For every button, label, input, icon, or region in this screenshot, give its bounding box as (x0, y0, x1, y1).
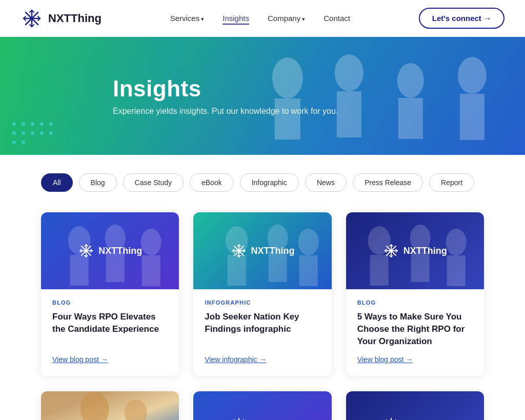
filter-blog[interactable]: Blog (79, 173, 117, 192)
card-4 (41, 391, 179, 420)
svg-rect-20 (460, 94, 484, 140)
svg-rect-58 (370, 255, 388, 286)
filter-news[interactable]: News (305, 173, 347, 192)
card-5-logo: NXTThing (231, 416, 295, 420)
card-3-logo-icon (383, 243, 399, 259)
nav-link-contact[interactable]: Contact (324, 14, 350, 23)
svg-rect-16 (337, 91, 361, 137)
brand-logo[interactable]: NXTThing (21, 7, 102, 30)
card-3-tag: BLOG (357, 299, 473, 306)
nav-link-company[interactable]: Company (268, 14, 305, 23)
card-5-image: NXTThing (193, 391, 331, 420)
hero-section: Insights Experience yields insights. Put… (0, 37, 525, 155)
card-3-logo-text: NXTThing (403, 246, 447, 256)
filter-press-release[interactable]: Press Release (353, 173, 423, 192)
svg-point-61 (446, 229, 466, 255)
card-1-body: BLOG Four Ways RPO Elevates the Candidat… (41, 289, 179, 376)
card-2-title: Job Seeker Nation Key Findings infograph… (205, 311, 320, 347)
card-6-logo-icon (383, 416, 399, 420)
filter-ebook[interactable]: eBook (190, 173, 234, 192)
hero-subtitle: Experience yields insights. Put our know… (113, 107, 338, 116)
cards-grid: NXTThing BLOG Four Ways RPO Elevates the… (0, 202, 525, 391)
card-3-link[interactable]: View blog post → (357, 355, 473, 364)
card-2-logo-icon (231, 243, 247, 259)
svg-rect-40 (228, 255, 246, 286)
card-2-body: INFOGRAPHIC Job Seeker Nation Key Findin… (193, 289, 331, 376)
filter-infographic[interactable]: Infographic (240, 173, 299, 192)
card-2-tag: INFOGRAPHIC (205, 299, 320, 306)
svg-point-17 (397, 63, 424, 98)
card-1-title: Four Ways RPO Elevates the Candidate Exp… (52, 311, 168, 347)
svg-point-77 (125, 399, 147, 420)
card-2-link[interactable]: View infographic → (205, 355, 320, 364)
card-2-logo-text: NXTThing (251, 246, 295, 256)
nav-item-insights[interactable]: Insights (223, 14, 249, 23)
card-3: NXTThing BLOG 5 Ways to Make Sure You Ch… (346, 212, 484, 376)
svg-rect-22 (70, 255, 89, 286)
card-6-image: NXTThing (346, 391, 484, 420)
filter-case-study[interactable]: Case Study (123, 173, 184, 192)
card-2-logo: NXTThing (231, 243, 295, 259)
card-3-logo: NXTThing (383, 243, 447, 259)
card-5: NXTThing (193, 391, 331, 420)
card-1-logo-text: NXTThing (98, 246, 142, 256)
card-1-link[interactable]: View blog post → (52, 355, 168, 364)
card-4-image (41, 391, 179, 420)
card-1-logo: NXTThing (78, 243, 142, 259)
svg-point-19 (458, 57, 487, 94)
nav-item-contact[interactable]: Contact (324, 14, 350, 23)
card-6: NXTThing (346, 391, 484, 420)
card-1-logo-icon (78, 243, 94, 259)
navbar: NXTThing Services Insights Company Conta… (0, 0, 525, 37)
hero-title: Insights (113, 76, 338, 102)
card-3-body: BLOG 5 Ways to Make Sure You Choose the … (346, 289, 484, 376)
card-3-image: NXTThing (346, 212, 484, 289)
card-5-logo-icon (231, 416, 247, 420)
nav-item-services[interactable]: Services (170, 14, 205, 23)
svg-point-15 (335, 54, 364, 91)
brand-name: NXTThing (48, 12, 102, 25)
card-2-image: NXTThing (193, 212, 331, 289)
filter-report[interactable]: Report (429, 173, 474, 192)
card-1: NXTThing BLOG Four Ways RPO Elevates the… (41, 212, 179, 376)
hero-content: Insights Experience yields insights. Put… (0, 76, 338, 116)
cta-connect-button[interactable]: Let's connect → (419, 8, 504, 29)
nav-item-company[interactable]: Company (268, 14, 305, 23)
cards-grid-bottom: NXTThing NXTThing (0, 391, 525, 420)
svg-rect-62 (447, 255, 465, 286)
main-nav: Services Insights Company Contact (170, 14, 350, 23)
card-3-title: 5 Ways to Make Sure You Choose the Right… (357, 311, 473, 347)
card-1-image: NXTThing (41, 212, 179, 289)
svg-rect-44 (299, 255, 318, 286)
card-6-logo: NXTThing (383, 416, 447, 420)
card-1-tag: BLOG (52, 299, 168, 306)
nav-link-insights[interactable]: Insights (223, 14, 249, 25)
svg-rect-18 (398, 98, 423, 139)
filter-all[interactable]: All (41, 173, 73, 192)
nav-link-services[interactable]: Services (170, 14, 205, 23)
svg-point-25 (141, 229, 161, 255)
svg-point-43 (298, 229, 319, 255)
brand-logo-icon (21, 7, 43, 30)
hero-dots (0, 113, 67, 155)
svg-point-75 (80, 392, 109, 420)
svg-rect-26 (142, 255, 160, 286)
filter-bar: All Blog Case Study eBook Infographic Ne… (0, 155, 525, 202)
card-2: NXTThing INFOGRAPHIC Job Seeker Nation K… (193, 212, 331, 376)
